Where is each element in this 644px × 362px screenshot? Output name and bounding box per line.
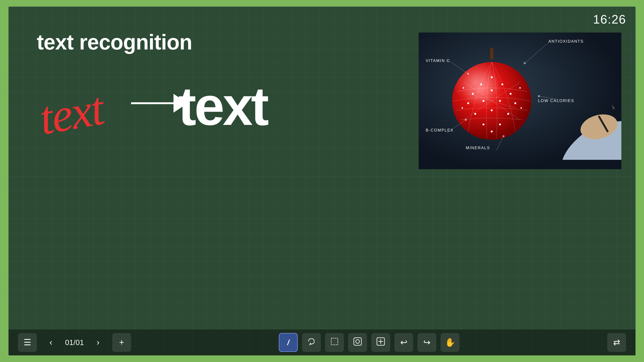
apple-illustration <box>444 47 534 136</box>
add-icon: + <box>119 338 124 348</box>
svg-point-13 <box>467 102 469 104</box>
digital-text: text <box>178 75 267 138</box>
svg-line-40 <box>310 343 310 345</box>
svg-point-12 <box>510 93 512 95</box>
svg-point-23 <box>463 87 464 88</box>
svg-point-9 <box>502 84 503 85</box>
lasso-icon <box>307 337 316 348</box>
pen-icon: / <box>287 338 290 347</box>
add-page-button[interactable]: + <box>112 333 131 352</box>
toolbar-right: ⇄ <box>607 333 626 352</box>
hand-icon: ✋ <box>445 338 456 348</box>
toolbar-left: ☰ ‹ 01/01 › + <box>18 333 131 352</box>
page-indicator: 01/01 <box>63 338 86 347</box>
page-title: text recognition <box>37 30 192 54</box>
svg-marker-29 <box>611 104 615 109</box>
undo-icon: ↩ <box>400 338 407 348</box>
select-tool-button[interactable] <box>325 333 344 352</box>
svg-point-20 <box>482 124 484 126</box>
prev-page-button[interactable]: ‹ <box>42 333 60 352</box>
redo-button[interactable]: ↪ <box>418 333 436 352</box>
svg-point-10 <box>472 93 474 95</box>
switch-button[interactable]: ⇄ <box>607 333 626 352</box>
svg-point-43 <box>356 340 360 344</box>
svg-point-19 <box>507 113 509 115</box>
svg-rect-1 <box>490 48 493 60</box>
switch-icon: ⇄ <box>613 338 620 348</box>
toolbar: ☰ ‹ 01/01 › + / <box>8 330 636 356</box>
svg-rect-42 <box>354 338 361 345</box>
svg-point-25 <box>462 107 463 109</box>
arrow-line <box>131 102 174 104</box>
main-canvas: 16:26 text recognition text text ANTIOXI… <box>8 6 636 356</box>
svg-point-22 <box>491 130 493 132</box>
svg-point-26 <box>520 107 522 109</box>
menu-icon: ☰ <box>24 338 31 348</box>
svg-point-24 <box>519 87 521 88</box>
svg-point-14 <box>482 100 484 102</box>
pen-tool-button[interactable]: / <box>279 333 298 352</box>
svg-point-8 <box>480 84 482 85</box>
label-minerals: MINERALS <box>466 146 490 150</box>
clock-display: 16:26 <box>593 12 626 26</box>
next-icon: › <box>97 338 100 348</box>
shape-icon <box>353 337 362 348</box>
zoom-tool-button[interactable] <box>371 333 390 352</box>
lasso-tool-button[interactable] <box>302 333 321 352</box>
svg-point-16 <box>514 102 516 104</box>
svg-point-7 <box>491 76 493 78</box>
svg-point-11 <box>491 89 493 91</box>
toolbar-center: / <box>279 333 460 352</box>
page-navigation: ‹ 01/01 › <box>42 333 108 352</box>
shape-tool-button[interactable] <box>348 333 367 352</box>
svg-rect-41 <box>331 338 338 345</box>
apple-scene: ANTIOXIDANTS VITAMIN C LOW CALORIES B-CO… <box>419 32 621 169</box>
zoom-icon <box>376 337 386 348</box>
svg-point-18 <box>491 109 493 111</box>
next-page-button[interactable]: › <box>89 333 108 352</box>
redo-icon: ↪ <box>423 338 430 348</box>
menu-button[interactable]: ☰ <box>18 333 37 352</box>
prev-icon: ‹ <box>50 338 52 348</box>
handwritten-text: text <box>34 71 139 154</box>
svg-text:text: text <box>35 82 109 144</box>
svg-point-17 <box>474 113 476 115</box>
label-antioxidants: ANTIOXIDANTS <box>548 39 584 44</box>
svg-point-15 <box>499 100 501 102</box>
select-icon <box>330 337 339 348</box>
undo-button[interactable]: ↩ <box>394 333 413 352</box>
svg-point-21 <box>499 124 501 126</box>
image-container: ANTIOXIDANTS VITAMIN C LOW CALORIES B-CO… <box>419 32 621 169</box>
hand-tool-button[interactable]: ✋ <box>440 333 460 352</box>
